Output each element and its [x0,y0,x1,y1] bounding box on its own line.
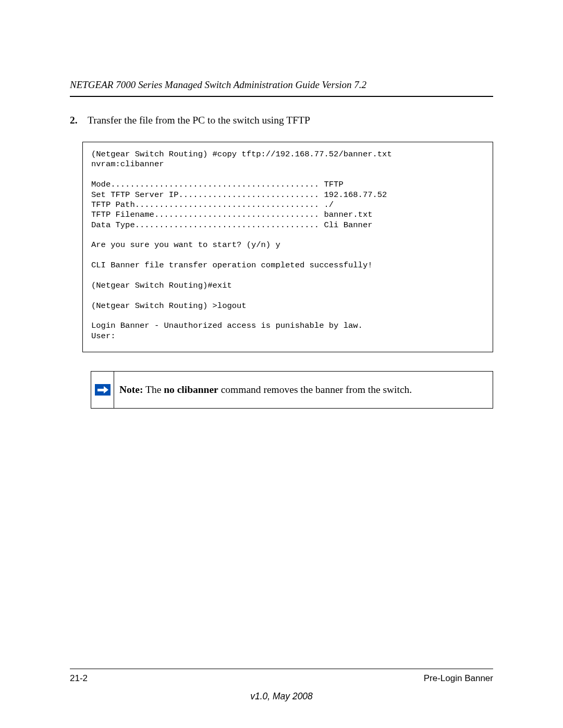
page-footer: 21-2 Pre-Login Banner v1.0, May 2008 [70,669,493,702]
code-block: (Netgear Switch Routing) #copy tftp://19… [82,142,493,352]
note-pre: The [143,384,164,395]
note-post: command removes the banner from the swit… [218,384,412,395]
page-header: NETGEAR 7000 Series Managed Switch Admin… [70,79,493,97]
note-box: Note: The no clibanner command removes t… [91,371,493,409]
note-icon-cell [91,372,114,408]
section-title: Pre-Login Banner [424,673,493,684]
page-number: 21-2 [70,673,88,684]
note-text: Note: The no clibanner command removes t… [114,372,420,408]
footer-version: v1.0, May 2008 [70,691,493,702]
note-command: no clibanner [164,384,218,395]
step-number: 2. [70,115,88,126]
note-label: Note: [119,384,143,395]
step-row: 2. Transfer the file from the PC to the … [70,115,493,126]
step-text: Transfer the file from the PC to the swi… [88,115,310,126]
arrow-icon [95,384,111,396]
